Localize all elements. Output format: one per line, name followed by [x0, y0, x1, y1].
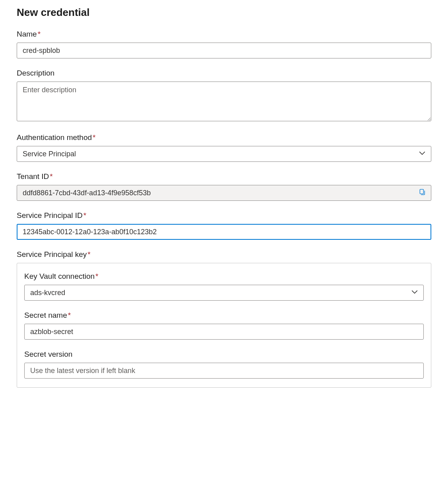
kv-connection-select-wrapper: ads-kvcred [24, 285, 424, 301]
auth-method-label-text: Authentication method [17, 133, 92, 142]
tenant-id-wrapper [17, 185, 431, 201]
description-label: Description [17, 69, 431, 78]
auth-method-label: Authentication method* [17, 133, 431, 142]
tenant-id-field-group: Tenant ID* [17, 172, 431, 201]
sp-id-field-group: Service Principal ID* [17, 211, 431, 240]
sp-id-label-text: Service Principal ID [17, 211, 83, 220]
name-label: Name* [17, 30, 431, 39]
secret-name-label-text: Secret name [24, 311, 67, 319]
tenant-id-label-text: Tenant ID [17, 172, 49, 181]
secret-version-label: Secret version [24, 350, 424, 359]
secret-name-field-group: Secret name* [24, 311, 424, 340]
required-asterisk: * [50, 172, 52, 181]
name-label-text: Name [17, 30, 37, 38]
required-asterisk: * [93, 133, 95, 142]
secret-version-field-group: Secret version [24, 350, 424, 379]
svg-rect-0 [420, 189, 423, 194]
kv-connection-label: Key Vault connection* [24, 272, 424, 281]
auth-method-select-wrapper: Service Principal [17, 146, 431, 162]
copy-icon [419, 189, 426, 197]
kv-connection-label-text: Key Vault connection [24, 272, 95, 280]
secret-version-input[interactable] [24, 363, 424, 379]
auth-method-field-group: Authentication method* Service Principal [17, 133, 431, 162]
description-field-group: Description [17, 69, 431, 123]
tenant-id-input [17, 185, 431, 201]
required-asterisk: * [83, 211, 86, 220]
sp-id-input[interactable] [17, 224, 431, 240]
copy-tenant-id-button[interactable] [417, 187, 427, 199]
sp-key-subsection: Key Vault connection* ads-kvcred Secret … [17, 263, 431, 388]
secret-name-label: Secret name* [24, 311, 424, 320]
required-asterisk: * [87, 250, 90, 258]
tenant-id-label: Tenant ID* [17, 172, 431, 181]
kv-connection-select[interactable]: ads-kvcred [24, 285, 424, 301]
required-asterisk: * [38, 30, 41, 38]
name-input[interactable] [17, 43, 431, 58]
auth-method-select[interactable]: Service Principal [17, 146, 431, 162]
sp-id-label: Service Principal ID* [17, 211, 431, 220]
required-asterisk: * [95, 272, 98, 280]
sp-key-label-text: Service Principal key [17, 250, 87, 258]
sp-key-label: Service Principal key* [17, 250, 431, 259]
name-field-group: Name* [17, 30, 431, 58]
description-textarea[interactable] [17, 82, 431, 121]
kv-connection-field-group: Key Vault connection* ads-kvcred [24, 272, 424, 301]
secret-name-input[interactable] [24, 324, 424, 340]
required-asterisk: * [68, 311, 71, 319]
sp-key-field-group: Service Principal key* Key Vault connect… [17, 250, 431, 388]
page-title: New credential [17, 6, 431, 19]
